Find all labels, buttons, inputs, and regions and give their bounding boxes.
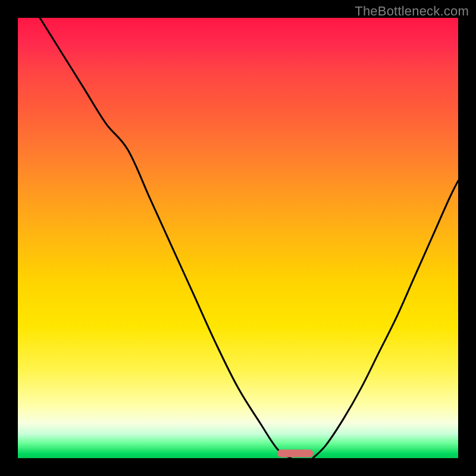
chart-frame: TheBottleneck.com [0, 0, 476, 476]
attribution-text: TheBottleneck.com [355, 4, 469, 19]
optimal-marker [278, 450, 313, 457]
chart-svg [18, 18, 458, 458]
curve-right-branch [313, 181, 458, 458]
curve-left-branch [40, 18, 291, 458]
plot-area [18, 18, 458, 458]
